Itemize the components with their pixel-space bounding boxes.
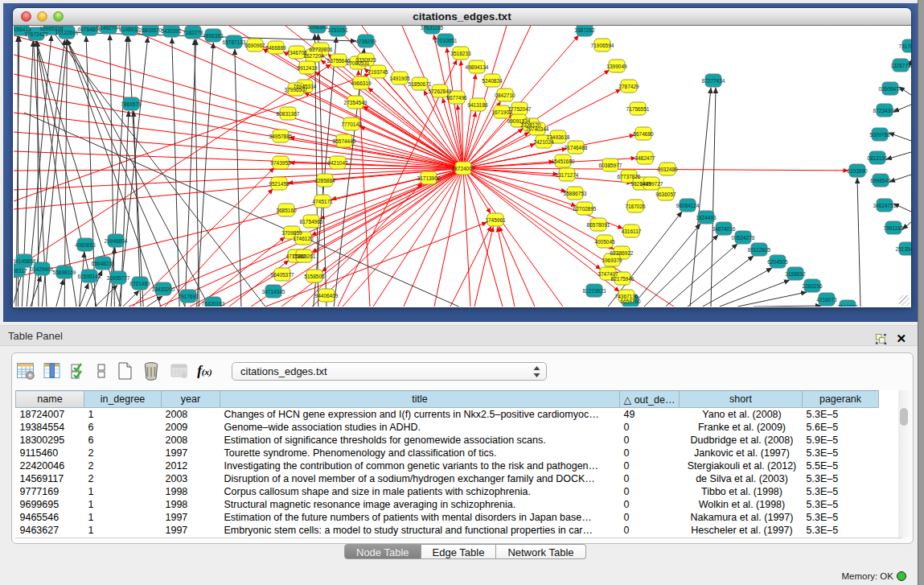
svg-text:37672423: 37672423 xyxy=(25,31,48,37)
svg-text:9912419: 9912419 xyxy=(297,65,318,71)
svg-text:3518233: 3518233 xyxy=(450,51,471,56)
svg-text:1491905: 1491905 xyxy=(389,76,410,81)
svg-text:81223623: 81223623 xyxy=(583,288,606,294)
svg-text:5098393: 5098393 xyxy=(307,26,328,30)
svg-text:9636057: 9636057 xyxy=(655,192,676,197)
svg-text:8721489: 8721489 xyxy=(129,281,150,286)
svg-text:3387262: 3387262 xyxy=(574,27,595,33)
svg-text:7182278: 7182278 xyxy=(183,30,203,35)
svg-text:2421024: 2421024 xyxy=(533,139,554,145)
svg-text:86578091: 86578091 xyxy=(587,222,610,228)
svg-text:51850671: 51850671 xyxy=(409,81,432,87)
svg-text:82175946: 82175946 xyxy=(611,276,634,282)
svg-text:15451680: 15451680 xyxy=(552,159,575,164)
svg-text:02606474: 02606474 xyxy=(879,86,902,92)
svg-text:36995777: 36995777 xyxy=(107,275,130,281)
svg-text:4896383: 4896383 xyxy=(203,33,224,39)
svg-text:34624751: 34624751 xyxy=(873,203,897,208)
svg-text:3285884: 3285884 xyxy=(314,178,335,183)
svg-text:4005045: 4005045 xyxy=(594,239,615,245)
svg-text:7991183: 7991183 xyxy=(884,225,904,231)
svg-text:1745961: 1745961 xyxy=(485,217,506,223)
svg-text:4060883: 4060883 xyxy=(75,242,96,248)
svg-text:1671902: 1671902 xyxy=(491,109,512,115)
svg-text:7543303: 7543303 xyxy=(837,304,858,307)
svg-text:61595148: 61595148 xyxy=(78,274,101,279)
svg-text:1824493: 1824493 xyxy=(696,215,717,220)
svg-text:31713900: 31713900 xyxy=(417,175,441,181)
svg-text:67010651: 67010651 xyxy=(434,38,458,43)
svg-text:0330923: 0330923 xyxy=(355,57,376,63)
svg-text:7187026: 7187026 xyxy=(625,204,646,209)
svg-text:71746488: 71746488 xyxy=(565,145,588,150)
svg-text:87277434: 87277434 xyxy=(702,78,725,84)
svg-text:1399049: 1399049 xyxy=(606,64,627,69)
svg-text:13433200: 13433200 xyxy=(152,286,175,292)
svg-text:96405377: 96405377 xyxy=(271,272,294,278)
svg-text:3482477: 3482477 xyxy=(634,155,655,161)
svg-text:37996507: 37996507 xyxy=(285,87,308,93)
svg-text:8708317: 8708317 xyxy=(14,268,27,274)
svg-text:00524278: 00524278 xyxy=(732,235,755,241)
svg-text:5674680: 5674680 xyxy=(633,131,654,137)
svg-text:3709859: 3709859 xyxy=(281,230,302,236)
svg-text:13171274: 13171274 xyxy=(556,172,579,178)
svg-text:62386922: 62386922 xyxy=(610,250,634,256)
svg-text:6658760: 6658760 xyxy=(620,299,641,304)
svg-text:2260256: 2260256 xyxy=(802,283,823,289)
svg-text:67737826: 67737826 xyxy=(618,174,641,179)
svg-text:4966319: 4966319 xyxy=(351,80,372,86)
svg-text:80831367: 80831367 xyxy=(277,111,300,117)
svg-text:7193745: 7193745 xyxy=(368,69,388,75)
svg-text:4745171: 4745171 xyxy=(312,199,333,204)
svg-text:1326773: 1326773 xyxy=(890,63,911,68)
svg-text:8148932: 8148932 xyxy=(119,27,140,32)
svg-text:79740344: 79740344 xyxy=(526,126,549,132)
svg-text:18724007: 18724007 xyxy=(452,166,475,171)
svg-text:04499727: 04499727 xyxy=(640,181,663,187)
svg-text:87234309: 87234309 xyxy=(873,108,897,113)
svg-text:1627204: 1627204 xyxy=(303,53,324,59)
svg-text:2787429: 2787429 xyxy=(618,84,639,89)
svg-text:01429401: 01429401 xyxy=(31,266,54,272)
svg-text:6690967: 6690967 xyxy=(244,43,265,48)
svg-text:4738299: 4738299 xyxy=(355,39,376,44)
svg-text:37631165: 37631165 xyxy=(421,26,444,31)
svg-text:74367136: 74367136 xyxy=(615,294,639,299)
svg-text:71906594: 71906594 xyxy=(591,43,614,48)
svg-text:49894134: 49894134 xyxy=(466,64,489,70)
svg-text:3685160: 3685160 xyxy=(276,208,297,213)
svg-text:8677496: 8677496 xyxy=(446,95,467,101)
svg-text:62702895: 62702895 xyxy=(573,206,597,212)
svg-text:80112805: 80112805 xyxy=(748,247,771,253)
svg-text:85574443: 85574443 xyxy=(333,138,356,144)
svg-text:57262849: 57262849 xyxy=(429,89,452,94)
svg-text:5466889: 5466889 xyxy=(265,45,286,51)
svg-text:28809570: 28809570 xyxy=(139,27,162,33)
svg-text:27354549: 27354549 xyxy=(344,100,368,105)
svg-text:7889579: 7889579 xyxy=(121,101,142,107)
svg-text:75869261: 75869261 xyxy=(293,253,316,259)
svg-text:73178108: 73178108 xyxy=(899,43,911,49)
svg-text:0812191: 0812191 xyxy=(867,155,888,161)
svg-text:34714345: 34714345 xyxy=(262,289,285,295)
svg-text:3158692: 3158692 xyxy=(785,271,806,277)
svg-text:29946804: 29946804 xyxy=(105,238,128,244)
svg-text:65648236: 65648236 xyxy=(92,261,115,266)
svg-text:5009788: 5009788 xyxy=(869,132,890,138)
svg-text:62729806: 62729806 xyxy=(310,47,333,52)
svg-text:7917693: 7917693 xyxy=(178,294,199,299)
svg-text:10122691: 10122691 xyxy=(55,30,79,35)
svg-text:7770143: 7770143 xyxy=(341,122,362,127)
svg-text:9413186: 9413186 xyxy=(467,102,488,108)
svg-text:1031051: 1031051 xyxy=(327,27,348,33)
svg-text:6998543: 6998543 xyxy=(870,178,891,183)
svg-text:65787133: 65787133 xyxy=(223,39,246,45)
svg-text:9421047: 9421047 xyxy=(327,160,348,166)
svg-text:1969379: 1969379 xyxy=(602,257,622,263)
svg-text:34957885: 34957885 xyxy=(269,134,293,139)
svg-text:5158506: 5158506 xyxy=(304,274,325,279)
svg-text:54145868: 54145868 xyxy=(14,258,36,264)
svg-text:51462704: 51462704 xyxy=(97,26,121,31)
svg-text:6204505: 6204505 xyxy=(767,259,788,265)
